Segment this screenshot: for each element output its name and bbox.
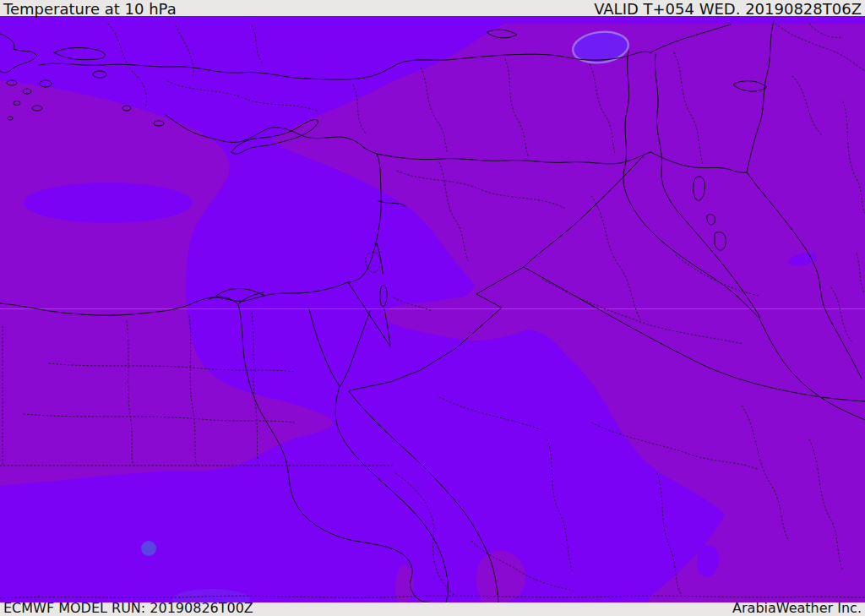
weather-map-canvas — [0, 16, 865, 602]
brand-label: ArabiaWeather Inc. — [732, 601, 862, 616]
model-run-label: ECMWF MODEL RUN: 20190826T00Z — [3, 601, 253, 616]
footer-bar: ECMWF MODEL RUN: 20190826T00Z ArabiaWeat… — [0, 602, 865, 616]
valid-time-label: VALID T+054 WED. 20190828T06Z — [594, 1, 862, 18]
header-bar: Temperature at 10 hPa VALID T+054 WED. 2… — [0, 0, 865, 16]
page-title: Temperature at 10 hPa — [3, 1, 177, 18]
latitude-line — [0, 308, 865, 309]
